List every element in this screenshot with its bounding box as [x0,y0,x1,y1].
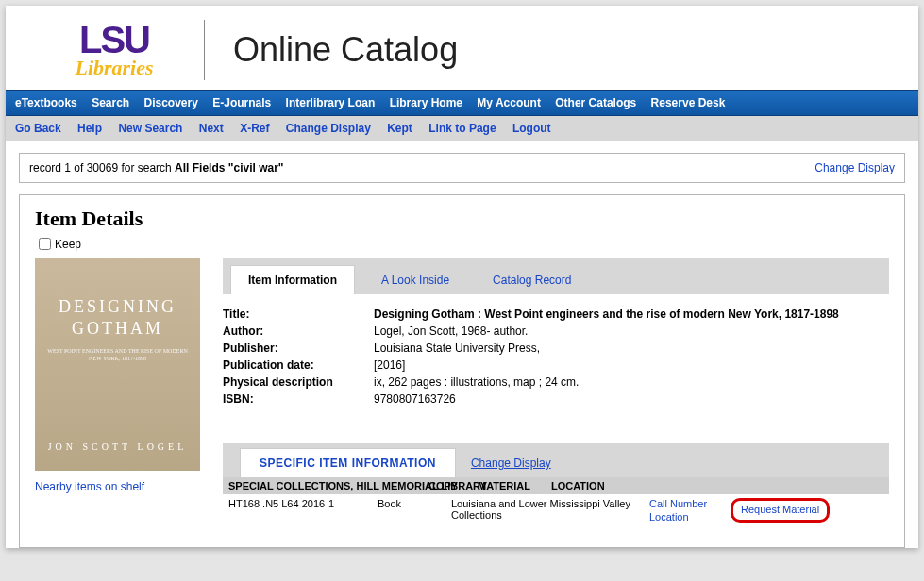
nav-ejournals[interactable]: E-Journals [212,96,271,109]
cover-title-line2: GOTHAM [72,319,163,338]
value-isbn: 9780807163726 [374,392,889,406]
label-publisher: Publisher: [223,341,374,355]
label-physical: Physical description [223,375,374,389]
metadata-table: Title: Designing Gotham : West Point eng… [223,307,889,406]
value-title: Designing Gotham : West Point engineers … [374,307,889,321]
value-pubdate: [2016] [374,358,889,372]
th-material: MATERIAL [478,480,551,491]
keep-checkbox[interactable] [39,238,51,250]
nav-library-home[interactable]: Library Home [390,96,462,109]
search-summary: record 1 of 30069 for search All Fields … [19,153,905,183]
logo-top: LSU [43,21,185,58]
th-copy: COPY [428,480,478,491]
nav-search[interactable]: Search [92,96,129,109]
nav-xref[interactable]: X-Ref [240,122,269,135]
nav-new-search[interactable]: New Search [118,122,182,135]
cell-location: Louisiana and Lower Mississippi Valley C… [451,498,649,521]
nearby-items-link[interactable]: Nearby items on shelf [35,480,144,493]
nav-etextbooks[interactable]: eTextbooks [15,96,77,109]
divider-icon [204,20,205,80]
nav-other-catalogs[interactable]: Other Catalogs [555,96,636,109]
item-details-heading: Item Details [35,207,889,231]
request-material-link[interactable]: Request Material [741,504,819,515]
nav-kept[interactable]: Kept [387,122,412,135]
table-row: HT168 .N5 L64 2016 1 Book Louisiana and … [223,494,889,528]
cover-author: JON SCOTT LOGEL [42,441,193,452]
nav-next[interactable]: Next [199,122,224,135]
nav-reserve-desk[interactable]: Reserve Desk [651,96,726,109]
tab-catalog-record[interactable]: Catalog Record [476,266,588,294]
nav-discovery[interactable]: Discovery [144,96,198,109]
label-author: Author: [223,324,374,338]
nav-primary: eTextbooks Search Discovery E-Journals I… [6,90,918,116]
cover-title-line1: DESIGNING [59,297,176,316]
search-summary-query: All Fields "civil war" [175,161,283,174]
cover-subtitle: WEST POINT ENGINEERS AND THE RISE OF MOD… [42,348,193,363]
label-pubdate: Publication date: [223,358,374,372]
nav-logout[interactable]: Logout [512,122,551,135]
call-number-location-link[interactable]: Call Number Location [649,498,736,524]
logo[interactable]: LSU Libraries [43,21,185,80]
nav-go-back[interactable]: Go Back [15,122,61,135]
cell-call-number: HT168 .N5 L64 2016 [228,498,328,509]
tab-specific-item-info[interactable]: SPECIFIC ITEM INFORMATION [240,448,456,477]
nav-change-display[interactable]: Change Display [286,122,371,135]
nav-link-to-page[interactable]: Link to Page [428,122,496,135]
nav-help[interactable]: Help [77,122,102,135]
search-summary-prefix: record 1 of 30069 for search [29,161,175,174]
value-publisher: Louisiana State University Press, [374,341,889,355]
nav-interlibrary-loan[interactable]: Interlibrary Loan [286,96,376,109]
specific-item-info: SPECIFIC ITEM INFORMATION Change Display… [223,443,889,528]
tabs: Item Information A Look Inside Catalog R… [223,258,889,294]
label-isbn: ISBN: [223,392,374,406]
th-location: LOCATION [551,480,883,491]
keep-label: Keep [55,238,81,251]
book-cover: DESIGNING GOTHAM WEST POINT ENGINEERS AN… [35,258,200,471]
tab-item-information[interactable]: Item Information [230,265,355,294]
nav-secondary: Go Back Help New Search Next X-Ref Chang… [6,116,918,141]
tab-a-look-inside[interactable]: A Look Inside [364,266,466,294]
logo-bottom: Libraries [43,56,185,80]
label-title: Title: [223,307,374,321]
value-author: Logel, Jon Scott, 1968- author. [374,324,889,338]
specific-change-display-link[interactable]: Change Display [456,449,566,477]
value-physical: ix, 262 pages : illustrations, map ; 24 … [374,375,889,389]
nav-my-account[interactable]: My Account [477,96,541,109]
page-title: Online Catalog [233,30,458,70]
cell-copy: 1 [328,498,378,509]
change-display-link[interactable]: Change Display [815,161,895,174]
cell-material: Book [378,498,451,509]
request-material-highlight: Request Material [731,498,830,523]
header: LSU Libraries Online Catalog [6,6,918,90]
item-details-panel: Item Details Keep DESIGNING GOTHAM WEST … [19,194,905,548]
